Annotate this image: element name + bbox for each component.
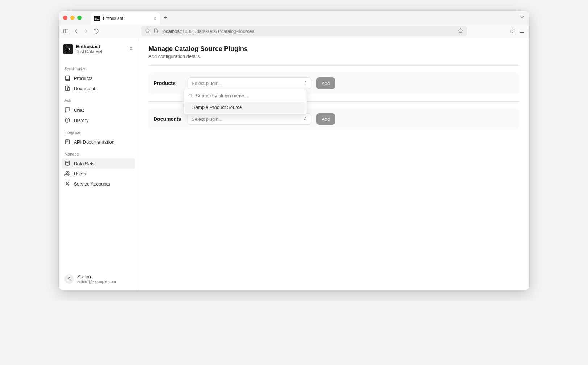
page-icon	[154, 28, 159, 34]
workspace-subtitle: Test Data Set	[76, 49, 126, 54]
sidebar-item-label: History	[74, 118, 88, 123]
sidebar-item-api-docs[interactable]: API Documentation	[62, 137, 135, 147]
sidebar-item-label: Data Sets	[74, 161, 94, 166]
sidebar-item-chat[interactable]: Chat	[62, 105, 135, 115]
maximize-window-icon[interactable]	[77, 16, 82, 20]
sidebar-item-history[interactable]: History	[62, 115, 135, 125]
close-tab-icon[interactable]: ×	[154, 16, 156, 21]
bookmark-icon[interactable]	[458, 28, 463, 35]
sidebar-item-label: Chat	[74, 107, 84, 113]
page-title: Manage Catalog Source Plugins	[148, 45, 519, 53]
products-add-button[interactable]: Add	[316, 77, 335, 89]
plugin-dropdown: Sample Product Source	[183, 89, 307, 115]
extensions-icon[interactable]	[509, 28, 515, 34]
nav-section-ask: Ask	[62, 96, 135, 105]
avatar: A	[64, 274, 74, 284]
user-name: Admin	[77, 274, 116, 279]
products-row: Products Select plugin... Add Sample Pro…	[148, 72, 519, 94]
window-controls	[63, 16, 82, 20]
menu-icon[interactable]	[519, 28, 525, 34]
sidebar-item-products[interactable]: Products	[62, 73, 135, 83]
sidebar-item-label: Products	[74, 76, 92, 81]
sidebar-item-label: Documents	[74, 86, 98, 91]
url-text: localhost:10001/data-sets/1/catalog-sour…	[162, 29, 254, 34]
tab-title: Enthusiast	[103, 16, 151, 21]
sidebar: up. Enthusiast Test Data Set Synchronize…	[59, 38, 138, 290]
minimize-window-icon[interactable]	[70, 16, 75, 20]
divider	[148, 65, 519, 66]
main-content: Manage Catalog Source Plugins Add config…	[138, 38, 529, 290]
tab-favicon-icon: up.	[94, 16, 100, 21]
user-menu[interactable]: A Admin admin@example.com	[62, 272, 135, 286]
sidebar-item-label: Users	[74, 171, 86, 177]
sidebar-item-data-sets[interactable]: Data Sets	[62, 158, 135, 169]
close-window-icon[interactable]	[63, 16, 67, 20]
user-email: admin@example.com	[77, 279, 116, 284]
plugin-search-row	[185, 91, 305, 101]
svg-point-13	[66, 161, 70, 162]
shield-icon[interactable]	[145, 28, 150, 34]
plugin-search-input[interactable]	[196, 93, 302, 98]
browser-tab[interactable]: up. Enthusiast ×	[91, 12, 160, 25]
chevron-updown-icon	[303, 116, 307, 122]
svg-line-17	[192, 97, 193, 98]
plugin-option-sample-product-source[interactable]: Sample Product Source	[185, 102, 305, 113]
documents-plugin-select[interactable]: Select plugin...	[188, 113, 311, 125]
nav-section-integrate: Integrate	[62, 128, 135, 137]
select-placeholder: Select plugin...	[192, 81, 222, 86]
new-tab-button[interactable]: +	[164, 14, 167, 21]
chevron-updown-icon	[129, 46, 134, 52]
search-icon	[188, 93, 193, 98]
sidebar-toggle-icon[interactable]	[63, 28, 69, 34]
products-label: Products	[154, 80, 182, 86]
app-body: up. Enthusiast Test Data Set Synchronize…	[59, 38, 529, 290]
workspace-switcher[interactable]: up. Enthusiast Test Data Set	[62, 42, 135, 56]
select-placeholder: Select plugin...	[192, 116, 222, 122]
tab-strip: up. Enthusiast × +	[59, 11, 529, 25]
products-plugin-select[interactable]: Select plugin...	[188, 77, 311, 89]
workspace-logo-icon: up.	[63, 44, 73, 54]
browser-chrome: up. Enthusiast × +	[59, 11, 529, 38]
svg-point-15	[66, 182, 68, 184]
svg-point-16	[189, 94, 192, 97]
workspace-name: Enthusiast	[76, 44, 126, 49]
back-button[interactable]	[73, 28, 79, 34]
reload-button[interactable]	[93, 28, 99, 34]
svg-marker-2	[458, 28, 463, 33]
documents-add-button[interactable]: Add	[316, 113, 335, 125]
sidebar-item-documents[interactable]: Documents	[62, 83, 135, 93]
page-subtitle: Add configuration details.	[148, 54, 519, 59]
browser-toolbar: localhost:10001/data-sets/1/catalog-sour…	[59, 25, 529, 38]
nav-section-synchronize: Synchronize	[62, 64, 135, 73]
chevron-updown-icon	[303, 81, 307, 86]
nav-section-manage: Manage	[62, 150, 135, 158]
sidebar-item-label: Service Accounts	[74, 181, 110, 187]
browser-window: up. Enthusiast × +	[59, 11, 529, 290]
svg-point-14	[66, 171, 67, 173]
tabs-dropdown-icon[interactable]	[519, 14, 525, 21]
sidebar-item-users[interactable]: Users	[62, 169, 135, 179]
documents-label: Documents	[154, 116, 182, 122]
sidebar-item-label: API Documentation	[74, 139, 114, 145]
url-bar[interactable]: localhost:10001/data-sets/1/catalog-sour…	[141, 26, 467, 36]
forward-button[interactable]	[83, 28, 89, 34]
sidebar-item-service-accounts[interactable]: Service Accounts	[62, 179, 135, 189]
svg-rect-0	[64, 29, 68, 33]
